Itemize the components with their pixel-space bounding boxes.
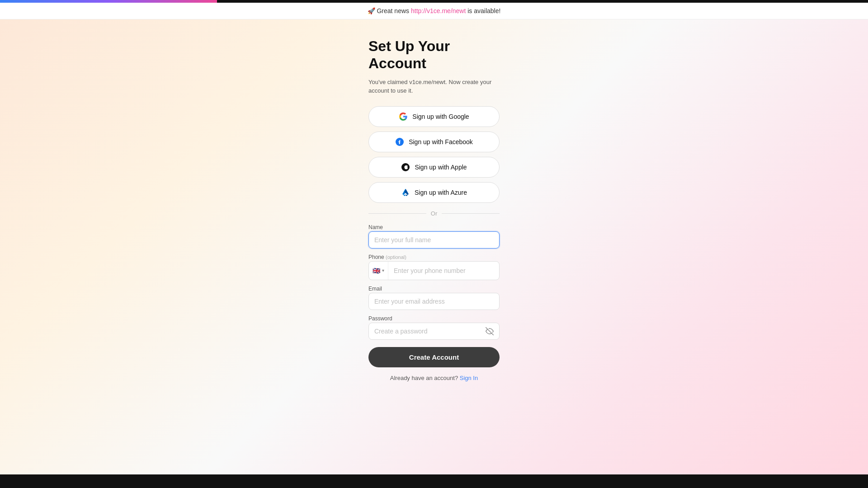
- announcement-text: 🚀 Great news: [368, 7, 411, 14]
- divider-label: Or: [431, 210, 437, 217]
- name-label: Name: [368, 224, 500, 230]
- announcement-suffix: is available!: [466, 7, 500, 14]
- azure-signup-button[interactable]: Sign up with Azure: [368, 182, 500, 203]
- page-title: Set Up YourAccount: [368, 38, 500, 72]
- phone-optional: (optional): [386, 254, 406, 260]
- azure-signup-label: Sign up with Azure: [415, 189, 467, 196]
- password-toggle-button[interactable]: [480, 327, 499, 335]
- name-field: Name: [368, 224, 500, 249]
- name-field-wrapper: [368, 231, 500, 249]
- google-icon: [399, 112, 408, 121]
- facebook-signup-label: Sign up with Facebook: [409, 138, 473, 145]
- email-field: Email: [368, 286, 500, 310]
- password-label: Password: [368, 315, 500, 322]
- create-account-button[interactable]: Create Account: [368, 347, 500, 367]
- flag-emoji: 🇬🇧: [373, 267, 380, 274]
- eye-off-icon: [486, 327, 494, 335]
- form-container: Set Up YourAccount You've claimed v1ce.m…: [368, 38, 500, 447]
- email-label: Email: [368, 286, 500, 292]
- phone-flag-selector[interactable]: 🇬🇧 ▾: [369, 262, 388, 280]
- apple-signup-label: Sign up with Apple: [415, 164, 467, 171]
- phone-input[interactable]: [388, 263, 499, 279]
- signin-link[interactable]: Sign In: [460, 375, 478, 381]
- apple-icon: [401, 163, 410, 172]
- main-content: Set Up YourAccount You've claimed v1ce.m…: [0, 19, 868, 474]
- announcement-link[interactable]: http://v1ce.me/newt: [411, 7, 466, 14]
- email-field-wrapper: [368, 293, 500, 310]
- google-signup-label: Sign up with Google: [412, 113, 469, 120]
- azure-icon: [401, 188, 410, 197]
- phone-field-wrapper: 🇬🇧 ▾: [368, 261, 500, 280]
- password-field: Password: [368, 315, 500, 340]
- phone-field: Phone (optional) 🇬🇧 ▾: [368, 254, 500, 280]
- or-divider: Or: [368, 210, 500, 217]
- apple-signup-button[interactable]: Sign up with Apple: [368, 157, 500, 178]
- name-input[interactable]: [369, 232, 499, 248]
- facebook-signup-button[interactable]: Sign up with Facebook: [368, 131, 500, 152]
- page-subtitle: You've claimed v1ce.me/newt. Now create …: [368, 78, 500, 95]
- phone-label: Phone (optional): [368, 254, 500, 260]
- announcement-bar: 🚀 Great news http://v1ce.me/newt is avai…: [0, 3, 868, 19]
- chevron-down-icon: ▾: [382, 268, 384, 273]
- signin-text: Already have an account?: [390, 375, 458, 381]
- password-input[interactable]: [369, 323, 480, 339]
- signin-section: Already have an account? Sign In: [368, 375, 500, 381]
- password-field-wrapper: [368, 323, 500, 340]
- facebook-icon: [395, 137, 404, 146]
- google-signup-button[interactable]: Sign up with Google: [368, 106, 500, 127]
- email-input[interactable]: [369, 293, 499, 310]
- bottom-bar: [0, 474, 868, 488]
